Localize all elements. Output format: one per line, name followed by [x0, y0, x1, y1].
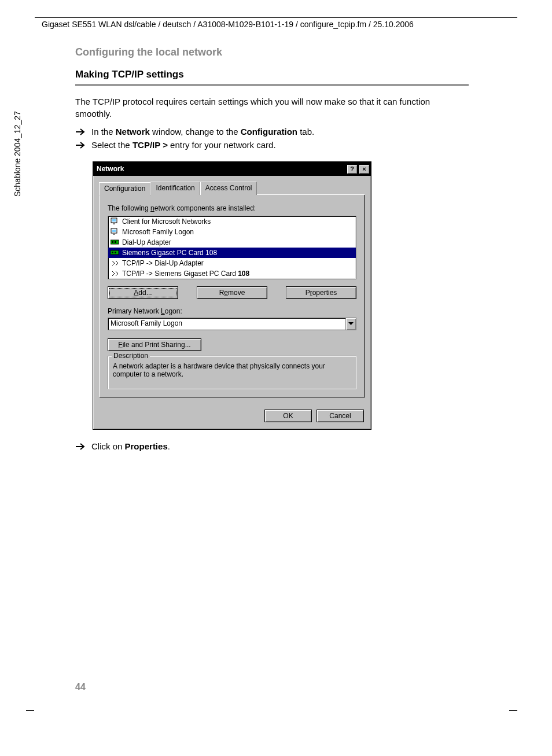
header-path: Gigaset SE551 WLAN dsl/cable / deutsch /…	[42, 20, 414, 29]
network-dialog: Network ? × Configuration Identification…	[93, 161, 371, 430]
arrow-icon	[75, 141, 88, 149]
svg-rect-4	[112, 230, 116, 232]
section-rule	[75, 84, 469, 86]
tab-access-control[interactable]: Access Control	[200, 182, 257, 195]
help-button[interactable]: ?	[347, 164, 358, 174]
group-legend: Description	[112, 352, 150, 360]
list-item[interactable]: TCP/IP -> Dial-Up Adapter	[108, 258, 356, 268]
remove-button[interactable]: Remove	[197, 286, 267, 299]
list-item[interactable]: Client for Microsoft Networks	[108, 216, 356, 227]
tab-identification[interactable]: Identification	[150, 182, 200, 195]
client-icon	[111, 217, 120, 226]
svg-rect-11	[115, 252, 116, 253]
header-rule	[35, 17, 517, 18]
primary-logon-combo[interactable]: Microsoft Family Logon	[108, 318, 356, 330]
tab-page: The following network components are ins…	[99, 194, 365, 398]
file-print-sharing-button[interactable]: File and Print Sharing...	[108, 338, 201, 351]
svg-rect-10	[112, 252, 113, 253]
list-item[interactable]: Microsoft Family Logon	[108, 227, 356, 237]
protocol-icon	[111, 270, 120, 278]
step-3: Click on Properties.	[75, 441, 469, 451]
crop-mark-bottom-right	[509, 710, 517, 711]
svg-rect-1	[112, 219, 116, 222]
list-item[interactable]: TCP/IP -> Siemens Gigaset PC Card 108	[108, 268, 356, 279]
svg-rect-2	[113, 223, 115, 224]
arrow-icon	[75, 442, 88, 451]
step-1: In the Network window, change to the Con…	[75, 127, 469, 137]
tab-strip: Configuration Identification Access Cont…	[99, 182, 365, 195]
client-icon	[111, 228, 120, 236]
svg-rect-7	[112, 241, 113, 243]
properties-button[interactable]: Properties	[286, 286, 356, 299]
titlebar[interactable]: Network ? ×	[93, 162, 371, 176]
protocol-icon	[111, 259, 120, 267]
list-item[interactable]: Dial-Up Adapter	[108, 237, 356, 248]
list-label: The following network components are ins…	[108, 204, 356, 212]
template-stamp: Schablone 2004_12_27	[13, 111, 22, 197]
adapter-icon	[111, 238, 120, 246]
ok-button[interactable]: OK	[264, 410, 312, 422]
description-text: A network adapter is a hardware device t…	[113, 362, 351, 378]
chevron-down-icon[interactable]	[345, 318, 356, 330]
tab-configuration[interactable]: Configuration	[99, 182, 150, 196]
close-button[interactable]: ×	[359, 164, 370, 174]
intro-paragraph: The TCP/IP protocol requires certain set…	[75, 95, 469, 120]
crop-mark-bottom-left	[26, 710, 34, 711]
primary-logon-label: Primary Network Logon:	[108, 307, 356, 315]
svg-rect-5	[113, 234, 115, 235]
subsection-title: Making TCP/IP settings	[75, 69, 469, 80]
components-listbox[interactable]: Client for Microsoft Networks Microsoft …	[108, 216, 356, 279]
page-number: 44	[75, 682, 86, 692]
list-item-selected[interactable]: Siemens Gigaset PC Card 108	[108, 248, 356, 258]
adapter-icon	[111, 249, 120, 257]
section-title: Configuring the local network	[75, 46, 469, 58]
add-button[interactable]: Add...	[108, 286, 178, 299]
cancel-button[interactable]: Cancel	[317, 410, 364, 422]
combo-value: Microsoft Family Logon	[108, 318, 345, 330]
svg-rect-8	[115, 241, 116, 243]
arrow-icon	[75, 128, 88, 136]
description-group: Description A network adapter is a hardw…	[108, 356, 356, 389]
crop-mark-top-right	[509, 17, 517, 18]
titlebar-text: Network	[97, 165, 345, 173]
step-2: Select the TCP/IP > entry for your netwo…	[75, 140, 469, 150]
